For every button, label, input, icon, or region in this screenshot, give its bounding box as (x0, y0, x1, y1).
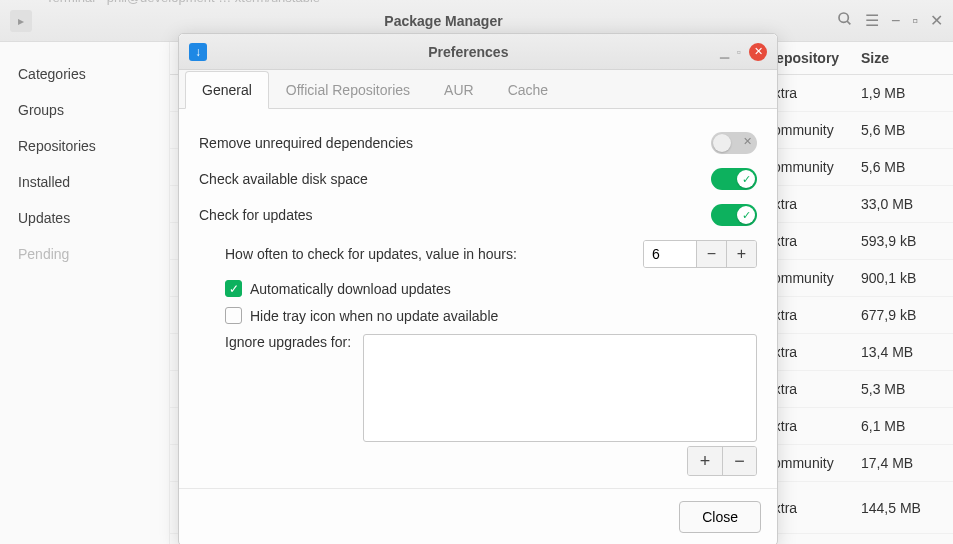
dialog-titlebar: ↓ Preferences ▁ ▫ ✕ (179, 34, 777, 70)
minimize-icon[interactable]: − (891, 12, 900, 30)
pref-label: Check available disk space (199, 171, 368, 187)
tab-cache[interactable]: Cache (491, 71, 565, 109)
sidebar-item-categories[interactable]: Categories (0, 56, 169, 92)
pref-auto-download: ✓ Automatically download updates (199, 275, 757, 302)
dialog-close-icon[interactable]: ✕ (749, 43, 767, 61)
window-title: Package Manager (50, 13, 837, 29)
dialog-title: Preferences (217, 44, 720, 60)
app-icon: ▸ (10, 10, 32, 32)
toggle-remove-unrequired[interactable]: ✕ (711, 132, 757, 154)
pref-label: Remove unrequired dependencies (199, 135, 413, 151)
preferences-dialog: ↓ Preferences ▁ ▫ ✕ GeneralOfficial Repo… (178, 33, 778, 544)
pref-remove-unrequired: Remove unrequired dependencies ✕ (199, 125, 757, 161)
pref-label: Check for updates (199, 207, 313, 223)
sidebar-item-updates[interactable]: Updates (0, 200, 169, 236)
sidebar-item-installed[interactable]: Installed (0, 164, 169, 200)
pref-label: How often to check for updates, value in… (225, 246, 517, 262)
col-repo[interactable]: Repository (766, 50, 861, 66)
interval-stepper: − + (643, 240, 757, 268)
pref-label: Hide tray icon when no update available (250, 308, 498, 324)
sidebar-item-repositories[interactable]: Repositories (0, 128, 169, 164)
pref-label: Automatically download updates (250, 281, 451, 297)
ignore-add-button[interactable]: + (688, 447, 722, 475)
toggle-check-disk[interactable]: ✓ (711, 168, 757, 190)
svg-point-0 (839, 13, 848, 22)
dialog-min-icon[interactable]: ▁ (720, 45, 729, 59)
ignore-remove-button[interactable]: − (722, 447, 756, 475)
col-size[interactable]: Size (861, 50, 941, 66)
search-icon[interactable] (837, 11, 853, 31)
toggle-check-updates[interactable]: ✓ (711, 204, 757, 226)
svg-line-1 (847, 21, 850, 24)
dialog-max-icon[interactable]: ▫ (737, 45, 741, 59)
pref-hide-tray: Hide tray icon when no update available (199, 302, 757, 329)
interval-plus-button[interactable]: + (726, 241, 756, 267)
pref-label: Ignore upgrades for: (225, 334, 351, 350)
sidebar-item-pending: Pending (0, 236, 169, 272)
close-button[interactable]: Close (679, 501, 761, 533)
maximize-icon[interactable]: ▫ (912, 12, 918, 30)
ignore-list[interactable] (363, 334, 757, 442)
pref-update-interval: How often to check for updates, value in… (199, 233, 757, 275)
interval-minus-button[interactable]: − (696, 241, 726, 267)
pref-check-updates: Check for updates ✓ (199, 197, 757, 233)
sidebar: CategoriesGroupsRepositoriesInstalledUpd… (0, 42, 170, 544)
checkbox-hide-tray[interactable] (225, 307, 242, 324)
download-icon: ↓ (189, 43, 207, 61)
sidebar-item-groups[interactable]: Groups (0, 92, 169, 128)
close-window-icon[interactable]: ✕ (930, 11, 943, 30)
checkbox-auto-download[interactable]: ✓ (225, 280, 242, 297)
tab-aur[interactable]: AUR (427, 71, 491, 109)
interval-input[interactable] (644, 241, 696, 267)
dialog-tabs: GeneralOfficial RepositoriesAURCache (179, 70, 777, 109)
tab-general[interactable]: General (185, 71, 269, 109)
pref-ignore-upgrades: Ignore upgrades for: + − (199, 329, 757, 476)
tab-official-repositories[interactable]: Official Repositories (269, 71, 427, 109)
background-window-hint: Terminal - phil@development … xterm/unst… (46, 0, 320, 5)
menu-icon[interactable]: ☰ (865, 11, 879, 30)
pref-check-disk: Check available disk space ✓ (199, 161, 757, 197)
